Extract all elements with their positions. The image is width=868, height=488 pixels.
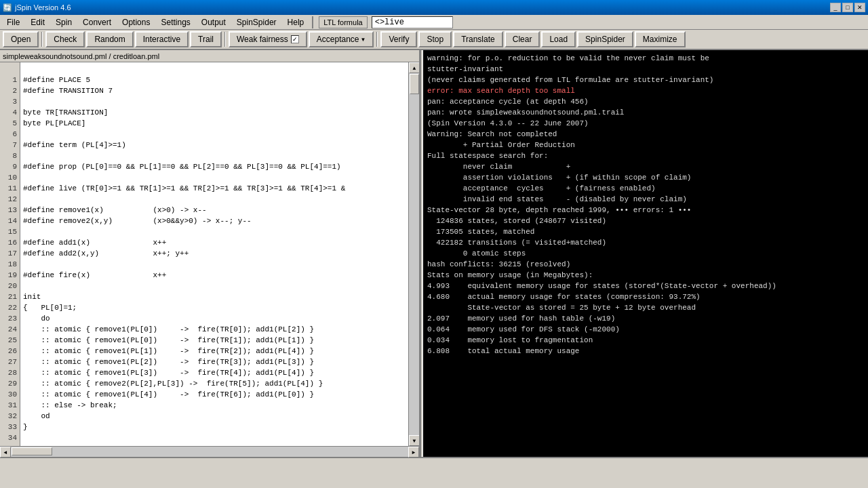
horizontal-scrollbar[interactable]: ◄ ► bbox=[0, 446, 419, 457]
open-button[interactable]: Open bbox=[3, 31, 39, 47]
sep1 bbox=[41, 32, 43, 47]
vertical-scrollbar[interactable]: ▲ ▼ bbox=[408, 62, 419, 446]
weak-fairness-checkbox[interactable]: ✓ bbox=[291, 35, 299, 43]
scroll-down[interactable]: ▼ bbox=[409, 435, 419, 446]
menu-output[interactable]: Output bbox=[196, 16, 231, 28]
app-icon: 🔄 bbox=[3, 3, 12, 12]
verify-button[interactable]: Verify bbox=[380, 31, 417, 47]
minimize-button[interactable]: _ bbox=[830, 3, 841, 12]
spinspider-button[interactable]: SpinSpider bbox=[577, 31, 633, 47]
weak-fairness-button[interactable]: Weak fairness ✓ bbox=[229, 31, 307, 47]
title-text: jSpin Version 4.6 bbox=[15, 3, 71, 12]
ltl-input[interactable] bbox=[372, 16, 453, 28]
code-container: 1234567891011121314151617181920212223242… bbox=[0, 62, 419, 446]
hscroll-left[interactable]: ◄ bbox=[0, 447, 11, 458]
scroll-thumb[interactable] bbox=[410, 74, 419, 94]
close-button[interactable]: ✕ bbox=[854, 3, 865, 12]
status-bar bbox=[0, 457, 868, 470]
weak-fairness-label: Weak fairness bbox=[237, 35, 288, 44]
title-bar: 🔄 jSpin Version 4.6 _ □ ✕ bbox=[0, 0, 868, 15]
window-controls[interactable]: _ □ ✕ bbox=[830, 3, 865, 12]
toolbar: Open Check Random Interactive Trail Weak… bbox=[0, 30, 868, 50]
maximize-button2[interactable]: Maximize bbox=[635, 31, 686, 47]
menu-file[interactable]: File bbox=[1, 16, 25, 28]
ltl-label: LTL formula bbox=[319, 16, 367, 28]
random-button[interactable]: Random bbox=[86, 31, 133, 47]
file-header: simpleweaksoundnotsound.pml / creditloan… bbox=[0, 50, 419, 62]
menu-settings[interactable]: Settings bbox=[155, 16, 195, 28]
file-path: simpleweaksoundnotsound.pml / creditloan… bbox=[3, 52, 159, 60]
menu-edit[interactable]: Edit bbox=[25, 16, 50, 28]
interactive-button[interactable]: Interactive bbox=[135, 31, 189, 47]
app-title: 🔄 jSpin Version 4.6 bbox=[3, 3, 71, 12]
clear-button[interactable]: Clear bbox=[505, 31, 540, 47]
sep3 bbox=[376, 32, 378, 47]
hscroll-track[interactable] bbox=[11, 447, 408, 457]
scroll-up[interactable]: ▲ bbox=[409, 62, 419, 73]
stop-button[interactable]: Stop bbox=[418, 31, 452, 47]
hscroll-thumb[interactable] bbox=[12, 447, 52, 455]
menu-help[interactable]: Help bbox=[282, 16, 310, 28]
left-panel: simpleweaksoundnotsound.pml / creditloan… bbox=[0, 50, 420, 457]
sep2 bbox=[224, 32, 226, 47]
acceptance-button[interactable]: Acceptance ▼ bbox=[309, 31, 374, 47]
menu-convert[interactable]: Convert bbox=[77, 16, 117, 28]
output-panel[interactable]: warning: for p.o. reduction to be valid … bbox=[423, 50, 868, 457]
menu-spin[interactable]: Spin bbox=[50, 16, 77, 28]
check-button[interactable]: Check bbox=[45, 31, 85, 47]
main-content: simpleweaksoundnotsound.pml / creditloan… bbox=[0, 50, 868, 457]
menu-options[interactable]: Options bbox=[117, 16, 155, 28]
maximize-button[interactable]: □ bbox=[842, 3, 853, 12]
code-editor[interactable]: #define PLACE 5 #define TRANSITION 7 byt… bbox=[20, 62, 408, 446]
translate-button[interactable]: Translate bbox=[453, 31, 503, 47]
line-numbers: 1234567891011121314151617181920212223242… bbox=[0, 62, 20, 446]
menu-spinspider[interactable]: SpinSpider bbox=[231, 16, 282, 28]
menu-bar: File Edit Spin Convert Options Settings … bbox=[0, 15, 868, 30]
load-button[interactable]: Load bbox=[541, 31, 576, 47]
acceptance-dropdown-arrow: ▼ bbox=[361, 37, 366, 43]
acceptance-label: Acceptance bbox=[317, 35, 359, 44]
trail-button[interactable]: Trail bbox=[190, 31, 222, 47]
hscroll-right[interactable]: ► bbox=[408, 447, 419, 458]
scroll-track[interactable] bbox=[409, 73, 419, 435]
